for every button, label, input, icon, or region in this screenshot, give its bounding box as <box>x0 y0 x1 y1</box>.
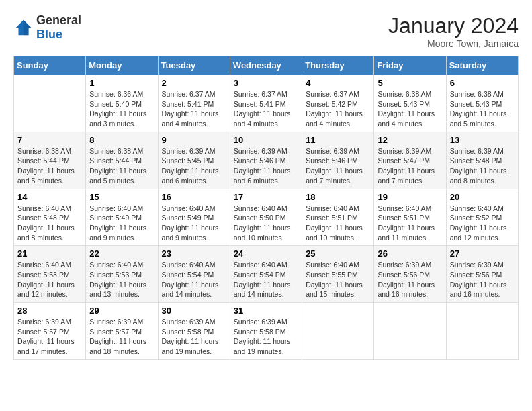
day-number: 28 <box>17 306 82 316</box>
day-number: 21 <box>17 248 82 259</box>
day-number: 25 <box>306 248 370 259</box>
logo: General Blue <box>13 13 81 42</box>
day-detail: Sunrise: 6:39 AMSunset: 5:56 PMDaylight:… <box>450 260 515 300</box>
calendar-cell: 30Sunrise: 6:39 AMSunset: 5:58 PMDayligh… <box>158 303 230 360</box>
day-detail: Sunrise: 6:40 AMSunset: 5:51 PMDaylight:… <box>306 203 370 243</box>
calendar-cell: 4Sunrise: 6:37 AMSunset: 5:42 PMDaylight… <box>302 75 374 132</box>
day-detail: Sunrise: 6:40 AMSunset: 5:53 PMDaylight:… <box>89 260 154 300</box>
day-detail: Sunrise: 6:38 AMSunset: 5:44 PMDaylight:… <box>17 146 82 186</box>
title-block: January 2024 Moore Town, Jamaica <box>388 13 519 49</box>
day-detail: Sunrise: 6:37 AMSunset: 5:41 PMDaylight:… <box>234 89 298 129</box>
calendar-cell: 31Sunrise: 6:39 AMSunset: 5:58 PMDayligh… <box>230 303 302 360</box>
day-detail: Sunrise: 6:40 AMSunset: 5:49 PMDaylight:… <box>162 203 226 243</box>
calendar-cell: 9Sunrise: 6:39 AMSunset: 5:45 PMDaylight… <box>158 132 230 189</box>
calendar-cell: 13Sunrise: 6:39 AMSunset: 5:48 PMDayligh… <box>446 132 518 189</box>
day-detail: Sunrise: 6:39 AMSunset: 5:57 PMDaylight:… <box>17 317 82 357</box>
day-number: 4 <box>306 78 370 88</box>
calendar-cell: 5Sunrise: 6:38 AMSunset: 5:43 PMDaylight… <box>374 75 446 132</box>
day-detail: Sunrise: 6:39 AMSunset: 5:48 PMDaylight:… <box>450 146 515 186</box>
calendar-cell: 14Sunrise: 6:40 AMSunset: 5:48 PMDayligh… <box>14 189 86 246</box>
day-of-week-header: Saturday <box>446 56 518 75</box>
svg-marker-1 <box>24 20 31 36</box>
day-detail: Sunrise: 6:39 AMSunset: 5:57 PMDaylight:… <box>89 317 154 357</box>
day-of-week-header: Sunday <box>14 56 86 75</box>
day-number: 12 <box>378 135 442 145</box>
logo-icon <box>13 17 34 38</box>
day-number: 29 <box>89 306 154 316</box>
day-of-week-header: Thursday <box>302 56 374 75</box>
day-number: 23 <box>162 248 226 259</box>
calendar-cell: 28Sunrise: 6:39 AMSunset: 5:57 PMDayligh… <box>14 303 86 360</box>
day-number: 7 <box>17 135 82 145</box>
calendar-cell: 16Sunrise: 6:40 AMSunset: 5:49 PMDayligh… <box>158 189 230 246</box>
day-number: 19 <box>378 192 442 202</box>
day-detail: Sunrise: 6:39 AMSunset: 5:45 PMDaylight:… <box>162 146 226 186</box>
day-number: 15 <box>89 192 154 202</box>
day-detail: Sunrise: 6:37 AMSunset: 5:41 PMDaylight:… <box>162 89 226 129</box>
calendar-cell: 6Sunrise: 6:38 AMSunset: 5:43 PMDaylight… <box>446 75 518 132</box>
calendar-cell: 23Sunrise: 6:40 AMSunset: 5:54 PMDayligh… <box>158 246 230 303</box>
day-detail: Sunrise: 6:39 AMSunset: 5:56 PMDaylight:… <box>378 260 442 300</box>
calendar-cell: 2Sunrise: 6:37 AMSunset: 5:41 PMDaylight… <box>158 75 230 132</box>
day-detail: Sunrise: 6:39 AMSunset: 5:58 PMDaylight:… <box>162 317 226 357</box>
day-number: 17 <box>234 192 298 202</box>
day-detail: Sunrise: 6:38 AMSunset: 5:43 PMDaylight:… <box>378 89 442 129</box>
day-number: 14 <box>17 192 82 202</box>
calendar-cell: 11Sunrise: 6:39 AMSunset: 5:46 PMDayligh… <box>302 132 374 189</box>
day-of-week-header: Friday <box>374 56 446 75</box>
day-number: 20 <box>450 192 515 202</box>
calendar-cell: 18Sunrise: 6:40 AMSunset: 5:51 PMDayligh… <box>302 189 374 246</box>
calendar-cell: 24Sunrise: 6:40 AMSunset: 5:54 PMDayligh… <box>230 246 302 303</box>
day-number: 27 <box>450 248 515 259</box>
day-detail: Sunrise: 6:40 AMSunset: 5:55 PMDaylight:… <box>306 260 370 300</box>
calendar-cell: 1Sunrise: 6:36 AMSunset: 5:40 PMDaylight… <box>86 75 158 132</box>
calendar-cell: 10Sunrise: 6:39 AMSunset: 5:46 PMDayligh… <box>230 132 302 189</box>
calendar-table: SundayMondayTuesdayWednesdayThursdayFrid… <box>13 56 519 360</box>
day-number: 8 <box>89 135 154 145</box>
page-header: General Blue January 2024 Moore Town, Ja… <box>13 13 519 49</box>
calendar-cell: 26Sunrise: 6:39 AMSunset: 5:56 PMDayligh… <box>374 246 446 303</box>
day-of-week-header: Wednesday <box>230 56 302 75</box>
calendar-cell: 12Sunrise: 6:39 AMSunset: 5:47 PMDayligh… <box>374 132 446 189</box>
day-number: 5 <box>378 78 442 88</box>
logo-general: General <box>36 13 81 27</box>
day-detail: Sunrise: 6:40 AMSunset: 5:54 PMDaylight:… <box>162 260 226 300</box>
day-detail: Sunrise: 6:39 AMSunset: 5:46 PMDaylight:… <box>234 146 298 186</box>
day-number: 6 <box>450 78 515 88</box>
day-detail: Sunrise: 6:40 AMSunset: 5:54 PMDaylight:… <box>234 260 298 300</box>
day-detail: Sunrise: 6:39 AMSunset: 5:58 PMDaylight:… <box>234 317 298 357</box>
calendar-cell: 21Sunrise: 6:40 AMSunset: 5:53 PMDayligh… <box>14 246 86 303</box>
day-number: 26 <box>378 248 442 259</box>
day-of-week-header: Tuesday <box>158 56 230 75</box>
day-of-week-header: Monday <box>86 56 158 75</box>
day-detail: Sunrise: 6:39 AMSunset: 5:46 PMDaylight:… <box>306 146 370 186</box>
day-detail: Sunrise: 6:40 AMSunset: 5:53 PMDaylight:… <box>17 260 82 300</box>
day-detail: Sunrise: 6:40 AMSunset: 5:52 PMDaylight:… <box>450 203 515 243</box>
day-detail: Sunrise: 6:39 AMSunset: 5:47 PMDaylight:… <box>378 146 442 186</box>
calendar-cell: 22Sunrise: 6:40 AMSunset: 5:53 PMDayligh… <box>86 246 158 303</box>
month-year-title: January 2024 <box>388 13 519 38</box>
day-number: 22 <box>89 248 154 259</box>
day-number: 9 <box>162 135 226 145</box>
calendar-cell: 29Sunrise: 6:39 AMSunset: 5:57 PMDayligh… <box>86 303 158 360</box>
calendar-cell: 3Sunrise: 6:37 AMSunset: 5:41 PMDaylight… <box>230 75 302 132</box>
day-number: 24 <box>234 248 298 259</box>
day-number: 18 <box>306 192 370 202</box>
calendar-cell: 8Sunrise: 6:38 AMSunset: 5:44 PMDaylight… <box>86 132 158 189</box>
calendar-cell: 17Sunrise: 6:40 AMSunset: 5:50 PMDayligh… <box>230 189 302 246</box>
day-detail: Sunrise: 6:40 AMSunset: 5:50 PMDaylight:… <box>234 203 298 243</box>
calendar-cell: 20Sunrise: 6:40 AMSunset: 5:52 PMDayligh… <box>446 189 518 246</box>
day-number: 31 <box>234 306 298 316</box>
logo-blue: Blue <box>36 28 62 41</box>
day-number: 30 <box>162 306 226 316</box>
day-number: 16 <box>162 192 226 202</box>
calendar-cell: 25Sunrise: 6:40 AMSunset: 5:55 PMDayligh… <box>302 246 374 303</box>
day-detail: Sunrise: 6:40 AMSunset: 5:49 PMDaylight:… <box>89 203 154 243</box>
day-detail: Sunrise: 6:40 AMSunset: 5:48 PMDaylight:… <box>17 203 82 243</box>
calendar-cell: 7Sunrise: 6:38 AMSunset: 5:44 PMDaylight… <box>14 132 86 189</box>
calendar-cell: 19Sunrise: 6:40 AMSunset: 5:51 PMDayligh… <box>374 189 446 246</box>
day-number: 2 <box>162 78 226 88</box>
day-detail: Sunrise: 6:38 AMSunset: 5:44 PMDaylight:… <box>89 146 154 186</box>
calendar-cell <box>446 303 518 360</box>
day-detail: Sunrise: 6:40 AMSunset: 5:51 PMDaylight:… <box>378 203 442 243</box>
